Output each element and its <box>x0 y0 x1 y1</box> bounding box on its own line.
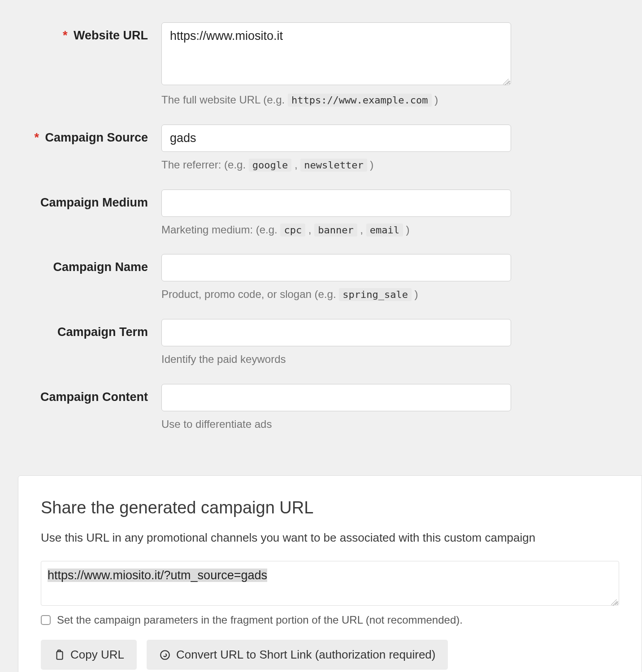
resize-handle-icon[interactable] <box>611 599 617 606</box>
campaign-name-input[interactable] <box>161 254 511 281</box>
svg-point-1 <box>160 650 169 659</box>
label-campaign-name: Campaign Name <box>18 254 161 274</box>
input-col: Product, promo code, or slogan (e.g. spr… <box>161 254 511 302</box>
label-campaign-medium: Campaign Medium <box>18 190 161 210</box>
required-marker: * <box>63 29 68 42</box>
hint-code: newsletter <box>300 159 367 172</box>
label-text: Campaign Term <box>57 325 148 339</box>
required-marker: * <box>34 131 39 144</box>
generated-url-wrap: https://www.miosito.it/?utm_source=gads <box>41 561 619 607</box>
generated-url-output[interactable] <box>41 561 619 606</box>
campaign-source-input[interactable] <box>161 125 511 152</box>
copy-url-button[interactable]: Copy URL <box>41 640 137 670</box>
fragment-checkbox[interactable] <box>41 615 51 625</box>
label-campaign-content: Campaign Content <box>18 384 161 404</box>
input-col: Identify the paid keywords <box>161 319 511 367</box>
hint-sep: , <box>305 224 314 236</box>
website-url-input[interactable]: https://www.miosito.it <box>161 22 511 85</box>
fragment-checkbox-label: Set the campaign parameters in the fragm… <box>57 614 463 626</box>
hint-suffix: ) <box>432 94 438 106</box>
utm-form: * Website URL https://www.miosito.it The… <box>0 0 642 466</box>
hint-sep: , <box>357 224 366 236</box>
label-campaign-source: * Campaign Source <box>18 125 161 145</box>
hint-code: email <box>366 224 403 237</box>
campaign-medium-input[interactable] <box>161 190 511 217</box>
shortlink-label: Convert URL to Short Link (authorization… <box>176 648 436 662</box>
hint-campaign-medium: Marketing medium: (e.g. cpc , banner , e… <box>161 222 511 237</box>
label-text: Campaign Source <box>45 131 148 144</box>
input-col: Use to differentiate ads <box>161 384 511 432</box>
hint-prefix: The full website URL (e.g. <box>161 94 288 106</box>
hint-code: https://www.example.com <box>288 94 432 107</box>
resize-handle-icon[interactable] <box>503 79 509 85</box>
hint-prefix: Marketing medium: (e.g. <box>161 224 280 236</box>
fragment-checkbox-row[interactable]: Set the campaign parameters in the fragm… <box>41 614 619 626</box>
hint-campaign-content: Use to differentiate ads <box>161 417 511 432</box>
field-campaign-source: * Campaign Source The referrer: (e.g. go… <box>18 125 624 172</box>
hint-website-url: The full website URL (e.g. https://www.e… <box>161 92 511 108</box>
label-text: Website URL <box>74 29 148 42</box>
hint-code: google <box>249 159 291 172</box>
input-col: The referrer: (e.g. google , newsletter … <box>161 125 511 172</box>
hint-campaign-name: Product, promo code, or slogan (e.g. spr… <box>161 287 511 302</box>
field-campaign-medium: Campaign Medium Marketing medium: (e.g. … <box>18 190 624 237</box>
shortlink-button[interactable]: Convert URL to Short Link (authorization… <box>147 640 448 670</box>
hint-suffix: ) <box>403 224 410 236</box>
share-buttons: Copy URL Convert URL to Short Link (auth… <box>41 640 619 670</box>
hint-campaign-term: Identify the paid keywords <box>161 352 511 367</box>
label-text: Campaign Medium <box>40 196 148 209</box>
hint-code: spring_sale <box>339 288 412 301</box>
input-col: Marketing medium: (e.g. cpc , banner , e… <box>161 190 511 237</box>
svg-rect-0 <box>57 651 63 659</box>
label-campaign-term: Campaign Term <box>18 319 161 339</box>
hint-suffix: ) <box>367 159 374 171</box>
hint-prefix: Product, promo code, or slogan (e.g. <box>161 288 339 300</box>
campaign-term-input[interactable] <box>161 319 511 346</box>
field-campaign-content: Campaign Content Use to differentiate ad… <box>18 384 624 432</box>
field-campaign-name: Campaign Name Product, promo code, or sl… <box>18 254 624 302</box>
hint-code: cpc <box>280 224 305 237</box>
share-description: Use this URL in any promotional channels… <box>41 531 619 545</box>
hint-suffix: ) <box>412 288 418 300</box>
campaign-content-input[interactable] <box>161 384 511 411</box>
share-card: Share the generated campaign URL Use thi… <box>18 475 642 672</box>
shortlink-icon <box>159 649 171 661</box>
hint-campaign-source: The referrer: (e.g. google , newsletter … <box>161 157 511 172</box>
copy-url-label: Copy URL <box>70 648 124 662</box>
label-text: Campaign Content <box>40 390 148 404</box>
label-website-url: * Website URL <box>18 22 161 43</box>
hint-code: banner <box>314 224 357 237</box>
share-title: Share the generated campaign URL <box>41 498 619 517</box>
hint-sep: , <box>291 159 300 171</box>
clipboard-icon <box>53 649 65 661</box>
field-website-url: * Website URL https://www.miosito.it The… <box>18 22 624 108</box>
field-campaign-term: Campaign Term Identify the paid keywords <box>18 319 624 367</box>
input-col: https://www.miosito.it The full website … <box>161 22 511 108</box>
hint-prefix: The referrer: (e.g. <box>161 159 249 171</box>
label-text: Campaign Name <box>53 260 148 274</box>
